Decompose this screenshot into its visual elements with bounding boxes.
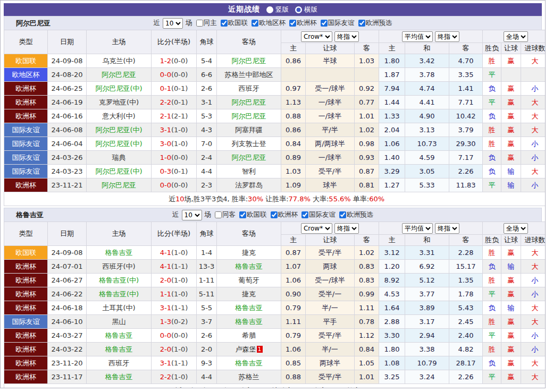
match-score: 0-1(0-1) (152, 82, 197, 96)
league-checkbox-input-4[interactable] (339, 211, 346, 218)
league-checkbox-input-3[interactable] (301, 211, 308, 218)
final-index-select-1[interactable]: 终指 (334, 31, 359, 42)
match-row: 国际友谊24-03-23阿尔巴尼亚(中)0-3(0-1)4-4智利1.03受平/… (4, 165, 546, 178)
handicap-home-odds: 0.97 (281, 82, 306, 96)
half-score: (1-1) (171, 359, 188, 367)
league-checkbox-3[interactable]: 国际友谊 (301, 210, 336, 219)
radio-vertical-layout[interactable]: 竖版 (266, 5, 289, 14)
avg-index-select[interactable]: 平均值 (402, 31, 433, 42)
sub-header-8: 让球 (501, 235, 521, 246)
col-header-5: 角球 (197, 222, 217, 246)
avg-home-odds: 2.04 (379, 123, 405, 137)
europe-odds-group-header: 平均值 终指 (379, 222, 483, 235)
avg-home-odds: 1.87 (379, 68, 405, 82)
match-date: 23-11-21 (48, 178, 87, 192)
full-score: 2-2 (160, 373, 171, 381)
radio-horizontal-layout[interactable]: 横版 (295, 5, 317, 14)
match-type-badge: 欧洲杯 (4, 109, 48, 123)
handicap-away-odds: 0.92 (355, 82, 379, 96)
match-date: 24-06-18 (48, 301, 87, 315)
avg-draw-odds: 10.79 (405, 356, 449, 370)
home-team: 格鲁吉亚 (87, 246, 152, 260)
same-side-checkbox[interactable]: 同主 (196, 19, 217, 28)
league-checkbox-1[interactable]: 欧国联 (239, 210, 267, 219)
league-checkbox-input-2[interactable] (252, 20, 258, 27)
home-team: 西班牙 (87, 356, 152, 370)
final-index-select-2[interactable]: 终指 (435, 31, 459, 42)
match-scope-select[interactable]: 全场 (504, 31, 528, 42)
league-checkbox-input-3[interactable] (289, 20, 296, 27)
avg-index-select[interactable]: 平均值 (402, 223, 433, 234)
result-winloss: 负 (483, 151, 501, 165)
same-side-checkbox-input[interactable] (215, 211, 222, 218)
match-row: 欧洲杯24-06-25阿尔巴尼亚(中)0-1(0-1)2-6西班牙0.97受一/… (4, 82, 546, 96)
league-checkbox-input-5[interactable] (358, 20, 365, 27)
final-index-select-2[interactable]: 终指 (435, 223, 459, 234)
home-team: 格鲁吉亚(中) (87, 287, 152, 301)
summary-segment: 场,胜4平3负3, 胜率: (191, 387, 255, 389)
match-score: 2-0(1-0) (152, 343, 197, 356)
handicap-line: 受一/球半 (306, 82, 355, 96)
games-label: 场 (186, 19, 192, 28)
league-checkbox-input-2[interactable] (271, 211, 278, 218)
col-header-3: 主场 (87, 30, 152, 54)
avg-away-odds: 3.35 (449, 68, 483, 82)
avg-draw-odds: 5.33 (405, 178, 449, 192)
result-group-header: 全场 (483, 222, 546, 235)
corner-count: 1-11 (197, 274, 217, 287)
match-scope-select[interactable]: 全场 (504, 223, 528, 234)
recent-count-select[interactable]: 10 (163, 18, 183, 29)
avg-draw-odds: 5.12 (405, 274, 449, 287)
section-filter-bar: 格鲁吉亚近10场同客欧国联欧洲杯国际友谊欧洲预选 (4, 208, 542, 221)
corner-count: 3-1 (197, 96, 217, 109)
avg-away-odds: 2.28 (449, 246, 483, 260)
handicap-away-odds: 1.11 (355, 301, 379, 315)
full-score: 4-1 (160, 249, 171, 257)
league-checkbox-2[interactable]: 欧洲杯 (271, 210, 298, 219)
bookmaker-select[interactable]: Crow* (301, 223, 332, 234)
full-score: 1-2 (160, 57, 171, 65)
result-handicap: 赢 (501, 370, 521, 384)
avg-home-odds: 2.88 (379, 315, 405, 329)
result-handicap: 赢 (501, 329, 521, 343)
handicap-away-odds: 0.84 (355, 343, 379, 356)
same-side-checkbox-input[interactable] (196, 20, 203, 27)
league-checkbox-3[interactable]: 欧洲杯 (289, 19, 317, 28)
avg-away-odds: 1.41 (449, 82, 483, 96)
half-score: (0-0) (171, 71, 188, 79)
league-checkbox-input-1[interactable] (239, 211, 246, 218)
avg-draw-odds: 3.42 (405, 54, 449, 68)
league-checkbox-1[interactable]: 欧国联 (221, 19, 248, 28)
league-checkbox-label: 欧洲预选 (347, 210, 373, 219)
league-checkbox-input-4[interactable] (321, 20, 328, 27)
recent-count-select[interactable]: 10 (182, 210, 202, 220)
result-winloss: 胜 (483, 343, 501, 356)
league-checkbox-2[interactable]: 欧地区杯 (252, 19, 286, 28)
league-checkbox-4[interactable]: 欧洲预选 (339, 210, 373, 219)
handicap-away-odds: 1.03 (355, 54, 379, 68)
final-index-select-1[interactable]: 终指 (334, 223, 359, 234)
match-type-badge: 欧洲杯 (4, 178, 48, 192)
result-handicap: 赢 (501, 96, 521, 109)
avg-home-odds: 3.12 (379, 246, 405, 260)
league-checkbox-5[interactable]: 欧洲预选 (358, 19, 392, 28)
summary-segment: 20% (363, 387, 378, 389)
avg-away-odds: 4.70 (449, 54, 483, 68)
away-team: 格鲁吉亚 (217, 260, 281, 274)
avg-away-odds: 3.79 (449, 123, 483, 137)
avg-away-odds: 11.83 (449, 178, 483, 192)
league-checkbox-input-1[interactable] (221, 20, 228, 27)
bookmaker-select[interactable]: Crow* (301, 31, 332, 42)
avg-home-odds: 1.40 (379, 151, 405, 165)
result-handicap: 赢 (501, 54, 521, 68)
handicap-away-odds: 1.12 (355, 329, 379, 343)
match-date: 24-03-23 (48, 165, 87, 178)
avg-draw-odds: 3.31 (405, 246, 449, 260)
full-score: 0-0 (160, 331, 171, 339)
match-row: 国际友谊24-06-08阿尔巴尼亚(中)3-1(1-0)4-3阿塞拜疆0.86平… (4, 123, 546, 137)
league-checkbox-label: 欧国联 (228, 19, 248, 28)
same-side-checkbox[interactable]: 同客 (215, 210, 236, 219)
home-team: 西班牙(中) (87, 260, 152, 274)
league-checkbox-4[interactable]: 国际友谊 (321, 19, 355, 28)
handicap-home-odds: 1.03 (281, 165, 306, 178)
